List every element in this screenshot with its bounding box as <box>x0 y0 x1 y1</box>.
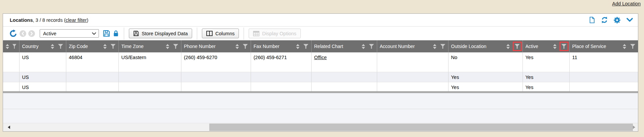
cell-account-number <box>377 82 448 91</box>
cell-phone-number: (260) 459-6270 <box>181 52 251 72</box>
cell-fax-number: (260) 459-6271 <box>251 52 311 72</box>
cell-outside-location: Yes <box>448 82 523 91</box>
column-label: Place of Service <box>572 44 606 49</box>
cell-zip-code <box>66 82 118 91</box>
filter-icon[interactable] <box>111 44 116 49</box>
cell-zip-code <box>66 72 118 82</box>
filter-icon[interactable] <box>562 44 567 49</box>
panel-title-text: Locations <box>10 17 33 23</box>
column-header-country[interactable]: Country <box>19 40 66 52</box>
filter-icon[interactable] <box>440 44 445 49</box>
column-label: Country <box>22 44 39 49</box>
column-label: Related Chart <box>314 44 343 49</box>
sort-icon[interactable] <box>553 44 557 49</box>
panel-title-row: Locations, 3 / 8 records (clear filter) <box>3 14 638 27</box>
sort-icon[interactable] <box>166 44 169 49</box>
cell-place-of-service <box>569 82 638 91</box>
filter-icon[interactable] <box>515 44 520 49</box>
cell-related-chart <box>311 82 377 91</box>
related-chart-link[interactable]: Office <box>314 55 327 60</box>
filter-icon[interactable] <box>243 44 248 49</box>
display-options-icon <box>253 31 259 36</box>
table-row[interactable]: US Yes Yes <box>3 82 638 91</box>
column-header-phone-number[interactable]: Phone Number <box>181 40 251 52</box>
scroll-left-icon[interactable] <box>8 126 10 129</box>
cell-row-actions <box>3 52 19 72</box>
clear-filter-link[interactable]: clear filter <box>66 17 87 23</box>
locations-grid: Country Zip Code Time Zone Phone Numbe <box>3 40 638 91</box>
table-row[interactable]: US Yes Yes <box>3 72 638 82</box>
save-icon[interactable] <box>103 30 110 37</box>
column-header-place-of-service[interactable]: Place of Service <box>569 40 638 52</box>
cell-country: US <box>19 72 66 82</box>
cell-time-zone <box>118 82 181 91</box>
sort-icon[interactable] <box>6 44 9 49</box>
cell-active: Yes <box>523 52 569 72</box>
columns-button[interactable]: Columns <box>202 29 239 38</box>
column-header-account-number[interactable]: Account Number <box>377 40 448 52</box>
filter-icon[interactable] <box>303 44 309 49</box>
cell-time-zone <box>118 72 181 82</box>
sort-icon[interactable] <box>103 44 107 49</box>
new-document-icon[interactable] <box>589 16 595 24</box>
scrollbar-thumb[interactable] <box>209 124 633 131</box>
display-options-button: Display Options <box>249 29 301 38</box>
filter-icon[interactable] <box>173 44 178 49</box>
table-row[interactable]: US 46804 US/Eastern (260) 459-6270 (260)… <box>3 52 638 72</box>
records-count-close: ) <box>87 17 88 23</box>
sort-icon[interactable] <box>506 44 510 49</box>
undo-icon[interactable] <box>9 29 17 38</box>
column-header-related-chart[interactable]: Related Chart <box>311 40 377 52</box>
cell-related-chart <box>311 72 377 82</box>
cell-phone-number <box>181 72 251 82</box>
refresh-icon[interactable] <box>601 16 608 24</box>
column-header-active[interactable]: Active <box>523 40 569 52</box>
store-displayed-data-label: Store Displayed Data <box>142 31 188 36</box>
cell-row-actions <box>3 82 19 91</box>
cell-country: US <box>19 82 66 91</box>
column-header-zip-code[interactable]: Zip Code <box>66 40 118 52</box>
next-icon[interactable] <box>28 30 35 37</box>
column-label: Time Zone <box>121 44 144 49</box>
sort-icon[interactable] <box>362 44 365 49</box>
lock-icon[interactable] <box>113 30 119 37</box>
sort-icon[interactable] <box>623 44 626 49</box>
filter-icon[interactable] <box>12 44 16 49</box>
cell-active: Yes <box>523 82 569 91</box>
cell-zip-code: 46804 <box>66 52 118 72</box>
columns-label: Columns <box>215 31 235 36</box>
sort-icon[interactable] <box>236 44 239 49</box>
sort-icon[interactable] <box>433 44 436 49</box>
cell-place-of-service: 11 <box>569 52 638 72</box>
toolbar-separator <box>197 28 197 40</box>
chevron-down-icon[interactable] <box>626 17 633 22</box>
cell-time-zone: US/Eastern <box>118 52 181 72</box>
filter-icon[interactable] <box>630 44 635 49</box>
view-filter-value: Active <box>43 31 92 36</box>
gear-icon[interactable] <box>614 17 620 24</box>
sort-icon[interactable] <box>51 44 54 49</box>
column-header-outside-location[interactable]: Outside Location <box>448 40 523 52</box>
store-floppy-icon <box>133 31 139 36</box>
panel-title-icons <box>589 16 633 24</box>
grid-footer-area <box>3 93 638 109</box>
view-filter-select[interactable]: Active <box>40 29 99 38</box>
sort-icon[interactable] <box>296 44 299 49</box>
grid-header-row: Country Zip Code Time Zone Phone Numbe <box>3 40 638 52</box>
column-header-row-actions[interactable] <box>3 40 19 52</box>
add-location-link[interactable]: Add Location <box>612 1 641 6</box>
cell-country: US <box>19 52 66 72</box>
filter-highlight-box <box>513 42 522 51</box>
top-bar: Add Location <box>0 0 644 13</box>
cell-fax-number <box>251 72 311 82</box>
column-header-time-zone[interactable]: Time Zone <box>118 40 181 52</box>
scroll-right-icon[interactable] <box>633 126 635 129</box>
toolbar: Active Store Displayed Data <box>3 27 638 40</box>
cell-phone-number <box>181 82 251 91</box>
previous-icon[interactable] <box>20 30 26 37</box>
store-displayed-data-button[interactable]: Store Displayed Data <box>129 29 192 38</box>
column-header-fax-number[interactable]: Fax Number <box>251 40 311 52</box>
filter-icon[interactable] <box>58 44 63 49</box>
horizontal-scrollbar[interactable] <box>3 123 638 131</box>
filter-icon[interactable] <box>369 44 374 49</box>
